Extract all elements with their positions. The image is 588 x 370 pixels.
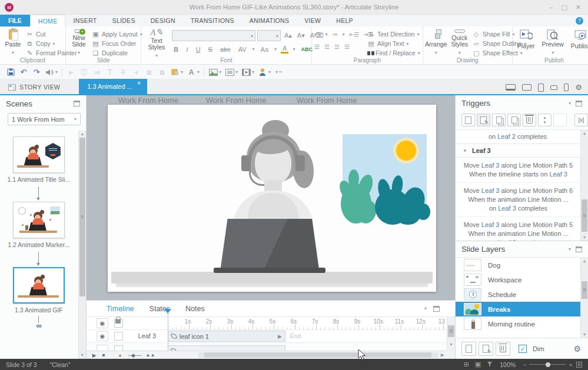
slide-thumbnail-1-2[interactable] <box>13 202 65 238</box>
timeline-ruler[interactable]: 1s 2s 3s 4s 5s 6s 7s 8s 9s 10s 11s 12s 1… <box>168 317 446 329</box>
publish-button[interactable]: Publish <box>569 28 588 57</box>
copy-trigger-button[interactable] <box>492 114 506 126</box>
focus-order-button[interactable]: ▤Focus Order <box>92 39 142 48</box>
undo-icon[interactable]: ↶ <box>18 66 29 78</box>
new-slide-button[interactable]: + New Slide▾ <box>68 28 89 57</box>
slide-thumbnail-1-3-selected[interactable] <box>13 267 65 304</box>
group-objects-icon[interactable]: ⧈ <box>143 66 155 78</box>
player-button[interactable]: Player <box>515 28 537 57</box>
timeline-menu-caret[interactable]: ▾ <box>424 306 427 311</box>
bold-button[interactable]: B <box>172 46 180 53</box>
picture-icon[interactable] <box>207 66 219 78</box>
qat-overflow-icon[interactable]: ▾ <box>275 69 278 75</box>
lock-all-icon[interactable] <box>115 319 121 324</box>
maximize-button[interactable]: ▢ <box>561 4 567 11</box>
grow-font-button[interactable]: A▴ <box>283 32 294 39</box>
layer-row-dog[interactable]: Dog <box>456 258 588 272</box>
slide-thumbnail-1-1[interactable] <box>13 136 65 173</box>
text-styles-button[interactable]: A✎ Text Styles▾ <box>144 28 170 57</box>
character-icon[interactable] <box>257 66 268 78</box>
edit-layer-button[interactable]: ✎ <box>479 342 493 356</box>
panel-float-icon[interactable] <box>576 246 582 252</box>
zoom-out-button[interactable]: − <box>523 361 526 368</box>
tab-design[interactable]: DESIGN <box>143 15 183 26</box>
timeline-row-leaf3[interactable]: ◉ Leaf 3 leaf icon 1 ▶ End <box>87 330 455 343</box>
timeline-hscrollbar[interactable] <box>198 352 438 358</box>
minimize-button[interactable]: – <box>549 4 553 11</box>
fit-to-window-icon[interactable] <box>576 362 582 368</box>
offstage-text-2[interactable]: Work From Home <box>206 96 266 105</box>
layer-properties-gear-icon[interactable]: ⚙ <box>573 344 581 354</box>
trigger-item-partial[interactable]: on Leaf 2 completes <box>456 130 588 144</box>
timeline-bar-leaf-icon-1[interactable]: leaf icon 1 ▶ <box>168 331 285 342</box>
tab-help[interactable]: HELP <box>328 15 361 26</box>
redo-icon[interactable]: ↷ <box>31 66 42 78</box>
timeline-vscrollbar[interactable]: ▼ <box>447 317 455 351</box>
tab-insert[interactable]: INSERT <box>65 15 104 26</box>
align-center-button[interactable]: ☰ <box>324 44 329 50</box>
trigger-item-1[interactable]: Move Leaf 3 along Line Motion Path 5 Whe… <box>456 158 588 183</box>
scenes-scrollbar[interactable]: ▲ ▼ <box>78 131 86 359</box>
new-layer-button[interactable] <box>461 342 476 356</box>
numbering-button[interactable]: ≔ <box>332 31 337 38</box>
strikethrough-button[interactable]: S <box>207 46 214 53</box>
triggers-scrollbar[interactable]: ▲ ▼ <box>580 130 588 241</box>
subscript-button[interactable]: abc <box>218 46 232 53</box>
preview-button[interactable]: Preview▾ <box>539 28 566 57</box>
align-left-button[interactable]: ☰ <box>314 44 319 50</box>
arrange-button[interactable]: Arrange▾ <box>426 28 447 57</box>
tablet-portrait-icon[interactable] <box>538 84 544 92</box>
layers-scrollbar[interactable]: ▲ ▼ <box>580 258 588 338</box>
manage-variables-button[interactable]: [x] <box>574 114 588 126</box>
offstage-text-3[interactable]: Work From Home <box>297 96 357 105</box>
layer-row-morning-routine[interactable]: Morning routine <box>456 316 588 331</box>
close-button[interactable]: ✕ <box>576 4 581 11</box>
find-replace-button[interactable]: Find / Replace▾ <box>367 49 420 57</box>
scene-selector-dropdown[interactable]: 1 Work From Hom▾ <box>8 113 81 125</box>
tab-notes[interactable]: Notes <box>185 305 205 313</box>
font-name-select[interactable]: ▾ <box>172 30 255 41</box>
row-eye-icon[interactable]: ◉ <box>97 331 108 341</box>
tab-slides[interactable]: SLIDES <box>105 15 143 26</box>
zoom-in-button[interactable]: + <box>569 361 573 368</box>
align-left-objects-icon[interactable]: ⫤ <box>91 66 103 78</box>
bar-expand-arrow[interactable]: ▶ <box>278 334 282 339</box>
font-color-button[interactable]: A <box>281 45 288 54</box>
bullets-button[interactable]: •☰ <box>314 31 320 38</box>
shrink-font-button[interactable]: A▾ <box>295 32 307 39</box>
offstage-text-1[interactable]: Work From Home <box>118 96 178 105</box>
distribute-icon[interactable]: ⎅ <box>78 66 90 78</box>
font-size-select[interactable]: ▾ <box>257 30 281 41</box>
layer-row-breaks-selected[interactable]: Breaks <box>456 302 588 316</box>
text-color-icon[interactable]: A <box>185 66 197 78</box>
stop-button[interactable]: ■ <box>102 352 105 358</box>
layers-menu-caret[interactable]: ▾ <box>569 246 571 252</box>
justify-button[interactable]: ☰ <box>344 44 349 50</box>
timeline-zoom-slider[interactable]: ─◆── <box>128 352 141 358</box>
align-text-button[interactable]: ▤Align Text▾ <box>367 39 420 48</box>
delete-trigger-button[interactable] <box>523 114 536 126</box>
slide-canvas-area[interactable]: Work From Home Work From Home Work From … <box>87 95 455 300</box>
layer-row-schedule[interactable]: Schedule <box>456 287 588 302</box>
panel-float-icon[interactable] <box>576 101 582 106</box>
audio-icon[interactable] <box>44 66 55 78</box>
panel-float-icon[interactable] <box>433 306 440 312</box>
scroll-right-arrow[interactable]: ▶ <box>441 352 444 358</box>
trigger-group-leaf3[interactable]: ▼ Leaf 3 <box>456 144 588 158</box>
paste-button[interactable]: Paste▾ <box>2 28 24 57</box>
slide-stage[interactable] <box>108 105 436 292</box>
tab-view[interactable]: VIEW <box>297 15 328 26</box>
new-trigger-button[interactable] <box>461 114 475 126</box>
apply-layout-button[interactable]: ▣Apply Layout▾ <box>92 30 142 38</box>
duplicate-button[interactable]: ❏Duplicate <box>92 49 142 57</box>
align-top-icon[interactable]: ⊤ <box>104 66 116 78</box>
quick-styles-button[interactable]: Quick Styles▾ <box>449 28 470 57</box>
zoom-slider[interactable] <box>529 364 566 365</box>
screenshot-icon[interactable] <box>224 66 235 78</box>
collapse-triangle-icon[interactable]: ▼ <box>463 148 467 154</box>
panel-float-icon[interactable] <box>74 101 80 106</box>
zoom-in-timeline-icon[interactable]: ▲▲ <box>146 352 155 358</box>
trigger-item-3[interactable]: Move Leaf 3 along Line Motion Path 5 Whe… <box>456 217 588 241</box>
edit-trigger-button[interactable]: ✎ <box>477 114 490 126</box>
ungroup-objects-icon[interactable]: ⧇ <box>156 66 168 78</box>
